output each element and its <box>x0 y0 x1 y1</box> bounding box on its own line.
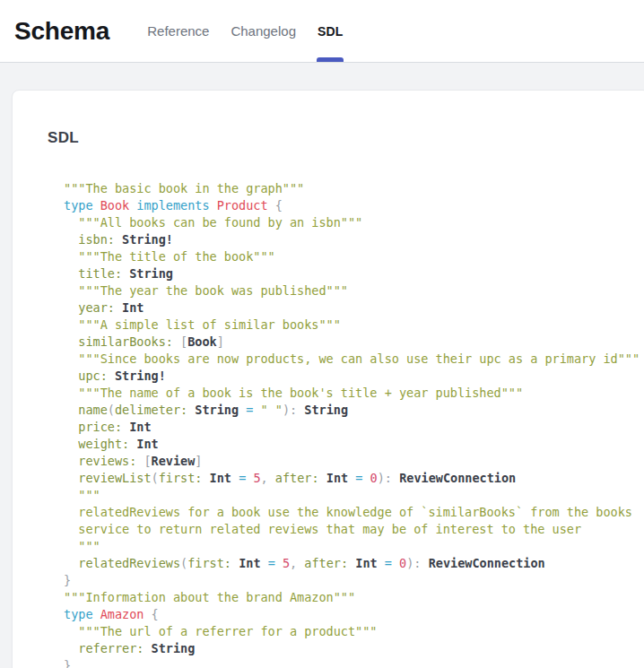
code-line: """A simple list of similar books""" <box>64 317 644 334</box>
tab-reference[interactable]: Reference <box>136 0 220 62</box>
tab-sdl[interactable]: SDL <box>307 0 354 62</box>
code-line: similarBooks: [Book] <box>64 334 644 351</box>
tab-changelog[interactable]: Changelog <box>220 0 307 62</box>
code-line: """Since books are now products, we can … <box>64 351 644 368</box>
code-line: service to return related reviews that m… <box>64 521 644 538</box>
code-line: weight: Int <box>64 436 644 453</box>
active-tab-indicator <box>317 57 344 62</box>
code-line: """The year the book was published""" <box>64 282 644 299</box>
code-line: """The basic book in the graph""" <box>64 180 644 197</box>
code-line: """ <box>64 487 644 504</box>
sdl-card: SDL """The basic book in the graph"""typ… <box>12 90 644 668</box>
code-line: """Information about the brand Amazon""" <box>64 589 644 606</box>
code-line: title: String <box>64 265 644 282</box>
page-header: Schema Reference Changelog SDL <box>0 0 644 63</box>
code-line: } <box>64 657 644 668</box>
sdl-heading: SDL <box>48 129 644 147</box>
code-line: reviewList(first: Int = 5, after: Int = … <box>64 470 644 487</box>
code-line: """All books can be found by an isbn""" <box>64 214 644 231</box>
tab-bar: Reference Changelog SDL <box>136 0 353 62</box>
tab-changelog-label: Changelog <box>231 23 296 39</box>
code-line: price: Int <box>64 419 644 436</box>
code-line: type Book implements Product { <box>64 197 644 214</box>
code-line: } <box>64 572 644 589</box>
code-line: type Amazon { <box>64 606 644 623</box>
code-line: year: Int <box>64 299 644 317</box>
code-line: reviews: [Review] <box>64 453 644 470</box>
code-line: upc: String! <box>64 368 644 385</box>
page-title: Schema <box>14 17 109 46</box>
code-line: """The name of a book is the book's titl… <box>64 385 644 402</box>
sdl-code-block: """The basic book in the graph"""type Bo… <box>64 180 644 668</box>
code-line: relatedReviews for a book use the knowle… <box>64 504 644 521</box>
code-line: relatedReviews(first: Int = 5, after: In… <box>64 555 644 572</box>
tab-reference-label: Reference <box>147 23 209 39</box>
code-line: isbn: String! <box>64 231 644 248</box>
code-line: """The title of the book""" <box>64 248 644 265</box>
code-line: name(delimeter: String = " "): String <box>64 402 644 419</box>
tab-sdl-label: SDL <box>318 24 344 39</box>
code-line: referrer: String <box>64 640 644 657</box>
code-line: """ <box>64 538 644 555</box>
code-line: """The url of a referrer for a product""… <box>64 623 644 640</box>
